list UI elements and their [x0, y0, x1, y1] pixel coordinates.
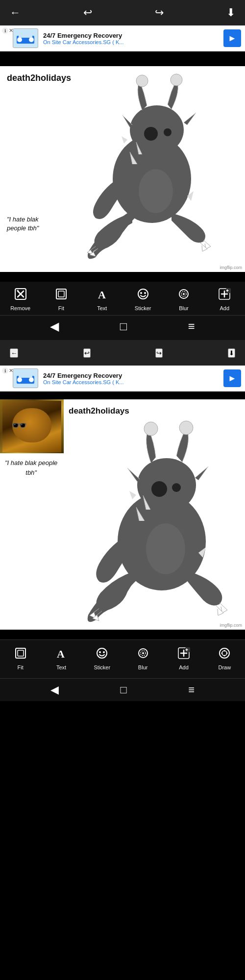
svg-point-15 — [138, 289, 148, 299]
svg-point-25 — [29, 377, 34, 382]
undo-button[interactable]: ↩ — [83, 6, 92, 19]
bottom-fit[interactable]: Fit — [8, 647, 33, 670]
meme-image-1: death2holidays — [0, 66, 245, 272]
system-square-btn[interactable]: □ — [120, 684, 126, 696]
svg-point-17 — [144, 292, 146, 294]
bottom-draw[interactable]: Draw — [212, 647, 237, 670]
system-nav-bar: ◀ □ ≡ — [0, 678, 245, 701]
bottom-sticker[interactable]: Sticker — [90, 647, 114, 670]
svg-rect-26 — [19, 372, 32, 378]
download-button-2[interactable]: ⬇ — [228, 348, 235, 358]
svg-point-30 — [179, 421, 193, 435]
ad-text-2: 24/7 Emergency Recovery On Site Car Acce… — [43, 372, 223, 385]
meme-image-2: 🕶️ death2holidays "I hate blak peopletbh… — [0, 399, 245, 630]
back-button[interactable]: ← — [10, 6, 21, 19]
toolbar-sticker[interactable]: Sticker — [131, 288, 155, 311]
ad-subtitle: On Site Car Accessories.SG ( K... — [43, 39, 223, 45]
system-menu-btn[interactable]: ≡ — [188, 684, 195, 696]
download-button[interactable]: ⬇ — [226, 6, 235, 19]
svg-point-31 — [151, 481, 167, 497]
redo-button-2[interactable]: ↪ — [155, 348, 163, 358]
svg-point-29 — [144, 422, 158, 436]
toolbar-remove-label: Remove — [10, 305, 30, 311]
demon-illustration-2 — [0, 399, 245, 630]
svg-point-45 — [220, 648, 229, 658]
svg-point-48 — [224, 655, 225, 657]
system-back-btn[interactable]: ◀ — [50, 684, 59, 696]
blur-icon — [177, 288, 190, 303]
svg-rect-35 — [18, 650, 24, 656]
svg-point-1 — [17, 37, 22, 42]
toolbar-back-btn[interactable]: ◀ — [50, 319, 59, 333]
svg-rect-3 — [19, 32, 32, 38]
toolbar-fit-label: Fit — [58, 305, 64, 311]
svg-point-24 — [17, 377, 22, 382]
bottom-text[interactable]: A Text — [49, 647, 74, 670]
spacer-2 — [0, 272, 245, 282]
meme2-watermark: imgflip.com — [220, 623, 242, 628]
ad-close-button-2[interactable]: ✕ — [9, 368, 13, 374]
svg-text:A: A — [57, 648, 65, 660]
meme1-bottom-text: "I hate blakpeople tbh" — [7, 215, 39, 233]
svg-point-47 — [224, 650, 225, 652]
spacer-1 — [0, 51, 245, 66]
svg-point-38 — [99, 651, 101, 653]
toolbar-tools-row: Remove Fit A Text — [0, 288, 245, 315]
ad-subtitle-2: On Site Car Accessories.SG ( K... — [43, 379, 223, 385]
ad-info-icon-2: ℹ — [2, 368, 8, 374]
ad-arrow-2[interactable]: ► — [223, 369, 241, 387]
svg-point-7 — [171, 74, 182, 86]
text-icon: A — [96, 288, 108, 303]
redo-button[interactable]: ↪ — [155, 6, 164, 19]
toolbar-remove[interactable]: Remove — [8, 288, 33, 311]
svg-rect-13 — [58, 291, 64, 297]
spacer-4 — [0, 630, 245, 639]
toolbar-menu-btn[interactable]: ≡ — [188, 319, 195, 333]
svg-point-6 — [136, 75, 148, 87]
bottom-draw-icon — [218, 647, 231, 662]
toolbar-add-label: Add — [220, 305, 230, 311]
bottom-add[interactable]: Add — [172, 647, 196, 670]
ad-arrow[interactable]: ► — [223, 29, 241, 47]
back-button-2[interactable]: ← — [10, 348, 18, 358]
svg-point-50 — [226, 653, 228, 654]
bottom-sticker-icon — [96, 647, 108, 662]
svg-point-37 — [97, 648, 107, 658]
toolbar-add[interactable]: Add — [212, 288, 237, 311]
toolbar-square-btn[interactable]: □ — [120, 319, 127, 333]
toolbar-sticker-label: Sticker — [135, 305, 151, 311]
bottom-blur[interactable]: Blur — [131, 647, 155, 670]
demon-illustration-1 — [0, 66, 245, 272]
sticker-icon — [137, 288, 149, 303]
toolbar-blur[interactable]: Blur — [172, 288, 196, 311]
ad-title: 24/7 Emergency Recovery — [43, 32, 223, 39]
toolbar-controls-row: ◀ □ ≡ — [0, 315, 245, 337]
svg-point-16 — [140, 292, 142, 294]
svg-rect-34 — [16, 648, 25, 658]
ad-info-icon: ℹ — [2, 27, 8, 34]
bottom-sticker-label: Sticker — [94, 664, 111, 670]
undo-button-2[interactable]: ↩ — [83, 348, 91, 358]
toolbar-blur-label: Blur — [179, 305, 189, 311]
svg-point-42 — [142, 652, 144, 654]
ad-logo-2 — [13, 368, 38, 388]
ad-logo — [13, 28, 38, 48]
svg-rect-12 — [56, 289, 66, 299]
bottom-draw-label: Draw — [218, 664, 231, 670]
ad-banner-1: ℹ ✕ 24/7 Emergency Recovery On Site Car … — [0, 25, 245, 51]
add-icon — [218, 288, 231, 303]
meme1-watermark: imgflip.com — [220, 265, 242, 270]
svg-point-20 — [183, 293, 185, 295]
svg-point-39 — [103, 651, 105, 653]
ad-close-button[interactable]: ✕ — [9, 27, 13, 34]
toolbar-fit[interactable]: Fit — [49, 288, 74, 311]
svg-point-32 — [172, 483, 181, 492]
ad-title-2: 24/7 Emergency Recovery — [43, 372, 223, 379]
spacer-3 — [0, 392, 245, 399]
top-nav-bar: ← ↩ ↪ ⬇ — [0, 0, 245, 25]
svg-point-8 — [144, 127, 158, 141]
bottom-add-icon — [177, 647, 190, 662]
remove-icon — [14, 288, 27, 303]
toolbar-text[interactable]: A Text — [90, 288, 114, 311]
bottom-add-label: Add — [179, 664, 189, 670]
